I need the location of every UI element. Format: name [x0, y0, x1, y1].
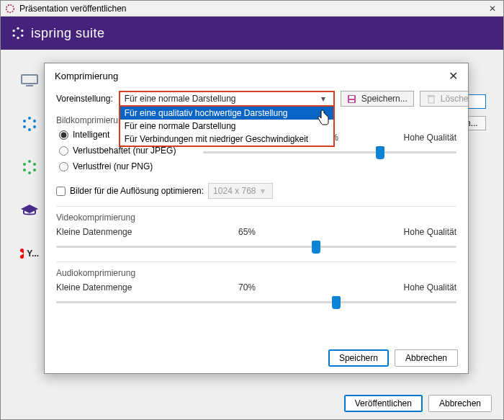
dialog-title: Komprimierung	[55, 71, 118, 81]
preset-value: Für eine normale Darstellung	[125, 94, 318, 104]
svg-point-19	[23, 169, 26, 171]
sidebar-item-learn[interactable]	[20, 201, 39, 220]
resolution-dropdown[interactable]: 1024 x 768 ▾	[208, 183, 273, 199]
sidebar-item-computer[interactable]	[20, 71, 39, 90]
youtube-icon	[20, 249, 24, 259]
radio-lossy-jpeg[interactable]: Verlustbehaftet (nur JPEG)	[59, 146, 189, 156]
save-preset-button[interactable]: Speichern...	[341, 91, 414, 107]
publish-button[interactable]: Veröffentlichen	[344, 395, 423, 412]
svg-rect-7	[22, 75, 37, 84]
video-section-label: Videokomprimierung	[56, 213, 456, 223]
svg-point-17	[33, 169, 36, 171]
dialog-close-button[interactable]: ✕	[449, 69, 458, 83]
window-close-button[interactable]: ✕	[486, 4, 499, 14]
brand-bar: ispring suite	[1, 17, 503, 50]
svg-point-13	[23, 125, 26, 128]
brand-logo-icon	[11, 26, 25, 40]
slider-thumb[interactable]	[332, 296, 341, 309]
preset-dropdown-list: Für eine qualitativ hochwertige Darstell…	[119, 107, 335, 147]
window-titlebar: Präsentation veröffentlichen ✕	[1, 1, 503, 17]
sidebar-item-label: Y...	[27, 249, 39, 259]
video-quality-slider[interactable]	[56, 238, 456, 256]
sidebar-item-youtube[interactable]: Y...	[20, 244, 39, 263]
svg-point-6	[13, 30, 15, 32]
app-icon	[5, 4, 15, 14]
svg-point-18	[28, 171, 31, 174]
publish-footer: Veröffentlichen Abbrechen	[344, 395, 492, 412]
dialog-header: Komprimierung ✕	[45, 63, 468, 88]
video-scale-labels: Kleine Datenmenge 65% Hohe Qualität	[56, 227, 456, 237]
preset-label: Voreinstellung:	[56, 94, 113, 104]
svg-rect-25	[428, 95, 435, 97]
preset-option-low-bandwidth[interactable]: Für Verbindungen mit niedriger Geschwind…	[120, 133, 333, 146]
svg-point-12	[28, 128, 31, 131]
optimize-resolution-row: Bilder für die Auflösung optimieren: 102…	[56, 183, 456, 199]
dialog-cancel-button[interactable]: Abbrechen	[395, 349, 458, 367]
chevron-down-icon: ▾	[318, 92, 329, 105]
svg-rect-22	[349, 96, 354, 99]
radio-lossless-png[interactable]: Verlustfrei (nur PNG)	[59, 161, 189, 171]
svg-point-4	[17, 37, 19, 39]
svg-point-14	[23, 120, 26, 122]
svg-point-9	[28, 117, 31, 120]
audio-scale-labels: Kleine Datenmenge 70% Hohe Qualität	[56, 282, 456, 292]
preset-dropdown[interactable]: Für eine normale Darstellung ▾	[119, 91, 335, 107]
cancel-button[interactable]: Abbrechen	[428, 395, 492, 412]
preset-option-normal[interactable]: Für eine normale Darstellung	[120, 120, 333, 133]
trash-icon	[426, 94, 436, 104]
chevron-down-icon: ▾	[261, 186, 265, 196]
optimize-resolution-checkbox[interactable]	[56, 187, 66, 196]
floppy-icon	[347, 94, 357, 104]
svg-point-16	[33, 163, 36, 166]
svg-point-1	[17, 27, 19, 30]
svg-rect-8	[26, 85, 33, 86]
svg-point-5	[13, 35, 15, 37]
svg-point-11	[33, 125, 36, 128]
slider-thumb[interactable]	[312, 241, 320, 254]
audio-quality-slider[interactable]	[56, 294, 456, 311]
svg-point-0	[6, 4, 14, 12]
svg-point-3	[21, 35, 23, 37]
svg-rect-23	[349, 100, 354, 102]
svg-point-2	[21, 30, 23, 32]
slider-thumb[interactable]	[376, 146, 384, 159]
window-title: Präsentation veröffentlichen	[19, 4, 127, 14]
preset-row: Voreinstellung: Für eine normale Darstel…	[56, 91, 456, 107]
compression-dialog: Komprimierung ✕ Voreinstellung: Für eine…	[44, 63, 469, 374]
svg-point-20	[23, 163, 26, 166]
dialog-footer: Speichern Abbrechen	[45, 343, 468, 373]
brand-name: ispring suite	[31, 26, 105, 41]
svg-point-10	[33, 120, 36, 122]
preset-dropdown-wrap: Für eine normale Darstellung ▾ Für eine …	[119, 91, 335, 107]
dialog-body: Voreinstellung: Für eine normale Darstel…	[45, 88, 468, 343]
dialog-save-button[interactable]: Speichern	[328, 349, 389, 367]
publish-window: Präsentation veröffentlichen ✕ ispring s…	[0, 0, 504, 420]
sidebar-item-lms[interactable]	[20, 158, 39, 177]
svg-rect-24	[428, 97, 434, 103]
audio-section-label: Audiokomprimierung	[56, 268, 456, 278]
sidebar-item-ispring-cloud[interactable]	[20, 115, 39, 133]
delete-preset-button[interactable]: Löschen	[420, 91, 468, 107]
svg-point-15	[28, 160, 31, 163]
preset-option-high-quality[interactable]: Für eine qualitativ hochwertige Darstell…	[120, 107, 333, 120]
